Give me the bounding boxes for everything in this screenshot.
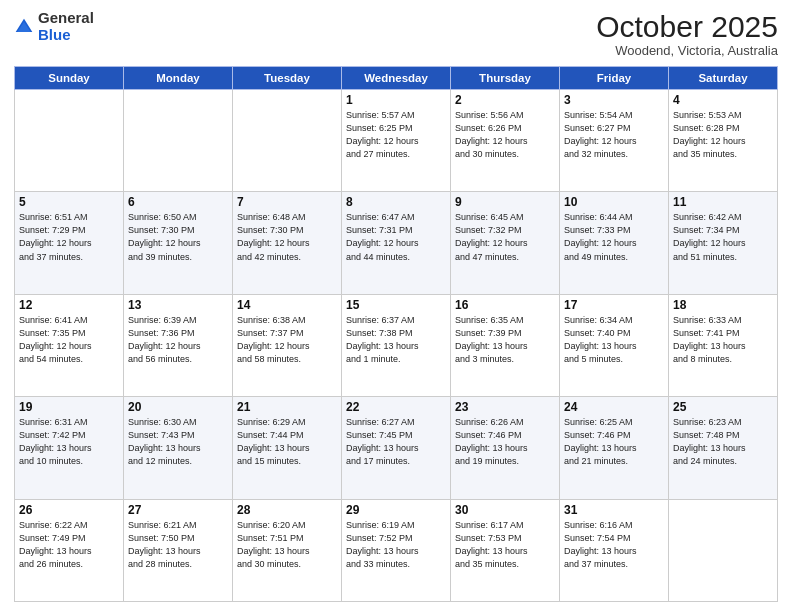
- day-info: Sunrise: 6:17 AM Sunset: 7:53 PM Dayligh…: [455, 519, 555, 571]
- logo-blue: Blue: [38, 27, 94, 44]
- calendar-day-cell: 14Sunrise: 6:38 AM Sunset: 7:37 PM Dayli…: [233, 294, 342, 396]
- day-number: 18: [673, 298, 773, 312]
- day-number: 3: [564, 93, 664, 107]
- calendar-week-row: 5Sunrise: 6:51 AM Sunset: 7:29 PM Daylig…: [15, 192, 778, 294]
- day-info: Sunrise: 6:21 AM Sunset: 7:50 PM Dayligh…: [128, 519, 228, 571]
- day-info: Sunrise: 6:42 AM Sunset: 7:34 PM Dayligh…: [673, 211, 773, 263]
- weekday-header-monday: Monday: [124, 67, 233, 90]
- calendar-week-row: 26Sunrise: 6:22 AM Sunset: 7:49 PM Dayli…: [15, 499, 778, 601]
- calendar-day-cell: 10Sunrise: 6:44 AM Sunset: 7:33 PM Dayli…: [560, 192, 669, 294]
- logo-text: General Blue: [38, 10, 94, 43]
- day-info: Sunrise: 5:53 AM Sunset: 6:28 PM Dayligh…: [673, 109, 773, 161]
- day-info: Sunrise: 6:23 AM Sunset: 7:48 PM Dayligh…: [673, 416, 773, 468]
- day-number: 5: [19, 195, 119, 209]
- calendar-day-cell: 21Sunrise: 6:29 AM Sunset: 7:44 PM Dayli…: [233, 397, 342, 499]
- day-number: 25: [673, 400, 773, 414]
- weekday-header-tuesday: Tuesday: [233, 67, 342, 90]
- day-number: 29: [346, 503, 446, 517]
- day-number: 26: [19, 503, 119, 517]
- day-number: 17: [564, 298, 664, 312]
- day-info: Sunrise: 6:45 AM Sunset: 7:32 PM Dayligh…: [455, 211, 555, 263]
- day-info: Sunrise: 6:16 AM Sunset: 7:54 PM Dayligh…: [564, 519, 664, 571]
- calendar-day-cell: 18Sunrise: 6:33 AM Sunset: 7:41 PM Dayli…: [669, 294, 778, 396]
- day-number: 28: [237, 503, 337, 517]
- day-info: Sunrise: 6:34 AM Sunset: 7:40 PM Dayligh…: [564, 314, 664, 366]
- day-number: 24: [564, 400, 664, 414]
- calendar-week-row: 19Sunrise: 6:31 AM Sunset: 7:42 PM Dayli…: [15, 397, 778, 499]
- calendar-day-cell: 5Sunrise: 6:51 AM Sunset: 7:29 PM Daylig…: [15, 192, 124, 294]
- weekday-header-friday: Friday: [560, 67, 669, 90]
- day-number: 19: [19, 400, 119, 414]
- weekday-header-thursday: Thursday: [451, 67, 560, 90]
- day-number: 14: [237, 298, 337, 312]
- day-number: 23: [455, 400, 555, 414]
- month-title: October 2025: [596, 10, 778, 43]
- day-info: Sunrise: 6:27 AM Sunset: 7:45 PM Dayligh…: [346, 416, 446, 468]
- day-info: Sunrise: 6:19 AM Sunset: 7:52 PM Dayligh…: [346, 519, 446, 571]
- calendar-day-cell: 29Sunrise: 6:19 AM Sunset: 7:52 PM Dayli…: [342, 499, 451, 601]
- calendar-day-cell: 11Sunrise: 6:42 AM Sunset: 7:34 PM Dayli…: [669, 192, 778, 294]
- logo-general: General: [38, 10, 94, 27]
- calendar-day-cell: 3Sunrise: 5:54 AM Sunset: 6:27 PM Daylig…: [560, 90, 669, 192]
- calendar-day-cell: 22Sunrise: 6:27 AM Sunset: 7:45 PM Dayli…: [342, 397, 451, 499]
- day-info: Sunrise: 6:48 AM Sunset: 7:30 PM Dayligh…: [237, 211, 337, 263]
- calendar-day-cell: 28Sunrise: 6:20 AM Sunset: 7:51 PM Dayli…: [233, 499, 342, 601]
- day-info: Sunrise: 6:29 AM Sunset: 7:44 PM Dayligh…: [237, 416, 337, 468]
- header: General Blue October 2025 Woodend, Victo…: [14, 10, 778, 58]
- calendar-day-cell: [233, 90, 342, 192]
- day-info: Sunrise: 6:51 AM Sunset: 7:29 PM Dayligh…: [19, 211, 119, 263]
- day-number: 4: [673, 93, 773, 107]
- calendar-day-cell: 27Sunrise: 6:21 AM Sunset: 7:50 PM Dayli…: [124, 499, 233, 601]
- calendar: SundayMondayTuesdayWednesdayThursdayFrid…: [14, 66, 778, 602]
- day-info: Sunrise: 6:20 AM Sunset: 7:51 PM Dayligh…: [237, 519, 337, 571]
- calendar-day-cell: 6Sunrise: 6:50 AM Sunset: 7:30 PM Daylig…: [124, 192, 233, 294]
- calendar-week-row: 12Sunrise: 6:41 AM Sunset: 7:35 PM Dayli…: [15, 294, 778, 396]
- day-number: 16: [455, 298, 555, 312]
- location-subtitle: Woodend, Victoria, Australia: [596, 43, 778, 58]
- calendar-day-cell: 16Sunrise: 6:35 AM Sunset: 7:39 PM Dayli…: [451, 294, 560, 396]
- day-info: Sunrise: 6:22 AM Sunset: 7:49 PM Dayligh…: [19, 519, 119, 571]
- day-number: 30: [455, 503, 555, 517]
- calendar-day-cell: 1Sunrise: 5:57 AM Sunset: 6:25 PM Daylig…: [342, 90, 451, 192]
- calendar-day-cell: [669, 499, 778, 601]
- weekday-header-saturday: Saturday: [669, 67, 778, 90]
- day-info: Sunrise: 5:56 AM Sunset: 6:26 PM Dayligh…: [455, 109, 555, 161]
- day-info: Sunrise: 6:25 AM Sunset: 7:46 PM Dayligh…: [564, 416, 664, 468]
- weekday-header-sunday: Sunday: [15, 67, 124, 90]
- day-info: Sunrise: 6:30 AM Sunset: 7:43 PM Dayligh…: [128, 416, 228, 468]
- calendar-day-cell: 7Sunrise: 6:48 AM Sunset: 7:30 PM Daylig…: [233, 192, 342, 294]
- calendar-header-row: SundayMondayTuesdayWednesdayThursdayFrid…: [15, 67, 778, 90]
- calendar-day-cell: 17Sunrise: 6:34 AM Sunset: 7:40 PM Dayli…: [560, 294, 669, 396]
- day-number: 22: [346, 400, 446, 414]
- calendar-day-cell: [15, 90, 124, 192]
- day-number: 27: [128, 503, 228, 517]
- calendar-day-cell: 8Sunrise: 6:47 AM Sunset: 7:31 PM Daylig…: [342, 192, 451, 294]
- calendar-week-row: 1Sunrise: 5:57 AM Sunset: 6:25 PM Daylig…: [15, 90, 778, 192]
- calendar-day-cell: 19Sunrise: 6:31 AM Sunset: 7:42 PM Dayli…: [15, 397, 124, 499]
- page: General Blue October 2025 Woodend, Victo…: [0, 0, 792, 612]
- calendar-day-cell: 12Sunrise: 6:41 AM Sunset: 7:35 PM Dayli…: [15, 294, 124, 396]
- calendar-day-cell: 15Sunrise: 6:37 AM Sunset: 7:38 PM Dayli…: [342, 294, 451, 396]
- day-info: Sunrise: 6:31 AM Sunset: 7:42 PM Dayligh…: [19, 416, 119, 468]
- day-number: 10: [564, 195, 664, 209]
- day-info: Sunrise: 6:33 AM Sunset: 7:41 PM Dayligh…: [673, 314, 773, 366]
- day-info: Sunrise: 5:57 AM Sunset: 6:25 PM Dayligh…: [346, 109, 446, 161]
- calendar-day-cell: 30Sunrise: 6:17 AM Sunset: 7:53 PM Dayli…: [451, 499, 560, 601]
- day-info: Sunrise: 6:37 AM Sunset: 7:38 PM Dayligh…: [346, 314, 446, 366]
- day-info: Sunrise: 6:35 AM Sunset: 7:39 PM Dayligh…: [455, 314, 555, 366]
- day-number: 31: [564, 503, 664, 517]
- calendar-day-cell: 24Sunrise: 6:25 AM Sunset: 7:46 PM Dayli…: [560, 397, 669, 499]
- day-number: 20: [128, 400, 228, 414]
- day-info: Sunrise: 6:44 AM Sunset: 7:33 PM Dayligh…: [564, 211, 664, 263]
- day-number: 1: [346, 93, 446, 107]
- calendar-day-cell: 20Sunrise: 6:30 AM Sunset: 7:43 PM Dayli…: [124, 397, 233, 499]
- day-number: 21: [237, 400, 337, 414]
- day-number: 6: [128, 195, 228, 209]
- logo: General Blue: [14, 10, 94, 43]
- weekday-header-wednesday: Wednesday: [342, 67, 451, 90]
- day-number: 11: [673, 195, 773, 209]
- day-number: 8: [346, 195, 446, 209]
- day-info: Sunrise: 6:26 AM Sunset: 7:46 PM Dayligh…: [455, 416, 555, 468]
- day-number: 2: [455, 93, 555, 107]
- calendar-day-cell: 31Sunrise: 6:16 AM Sunset: 7:54 PM Dayli…: [560, 499, 669, 601]
